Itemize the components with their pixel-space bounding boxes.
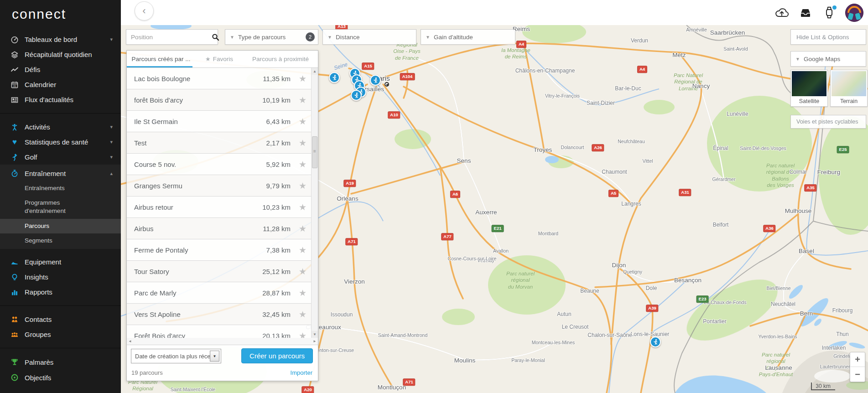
newspaper-icon [10, 96, 19, 104]
inbox-icon[interactable] [798, 5, 813, 21]
course-row[interactable]: Granges Sermu9,79 km★ [127, 175, 311, 196]
map-city-label: Lauterbrunnen [820, 364, 851, 369]
course-marker[interactable] [370, 75, 381, 86]
sidebar-item-label: Récapitulatif quotidien [25, 51, 92, 58]
course-panel-footer: Date de création la plus récente ▼ Créer… [127, 345, 318, 381]
tab-favorites[interactable]: ★Favoris [195, 51, 243, 67]
sidebar-item-daily-summary[interactable]: Récapitulatif quotidien [0, 47, 121, 62]
map-city-label: Nancy [692, 83, 710, 89]
create-course-button[interactable]: Créer un parcours [241, 348, 313, 363]
sidebar-item-workouts[interactable]: Entraînements [0, 181, 121, 196]
course-row[interactable]: Course 5 nov.5,92 km★ [127, 154, 311, 175]
sidebar-item-goals[interactable]: Objectifs [0, 370, 121, 385]
course-row[interactable]: Parc de Marly28,87 km★ [127, 282, 311, 304]
map-city-label: Langres [621, 201, 641, 207]
tab-nearby-courses[interactable]: Parcours à proximité [243, 51, 318, 67]
zoom-out-button[interactable]: − [850, 367, 865, 382]
course-row[interactable]: Test2,17 km★ [127, 132, 311, 154]
scroll-left-arrow[interactable]: ◄ [128, 339, 132, 343]
course-row[interactable]: Ferme de Pontaly7,38 km★ [127, 239, 311, 261]
sidebar-item-reports[interactable]: Rapports [0, 284, 121, 300]
course-row[interactable]: Vers St Apoline32,45 km★ [127, 304, 311, 325]
search-icon[interactable] [212, 33, 219, 41]
satellite-map-type[interactable]: Satellite [790, 70, 828, 107]
course-row[interactable]: Ile St Germain6,43 km★ [127, 111, 311, 132]
sidebar-item-label: Palmarès [25, 358, 53, 366]
map-city-label: Colmar [790, 169, 807, 175]
sidebar-item-golf[interactable]: Golf ▾ [0, 150, 121, 165]
hide-list-options-button[interactable]: Hide List & Options [790, 29, 866, 45]
favorite-star-icon[interactable]: ★ [299, 73, 307, 84]
watch-icon[interactable] [821, 5, 837, 21]
elevation-gain-filter[interactable]: ▼ Gain d'altitude [421, 29, 515, 45]
sidebar-item-challenges[interactable]: Défis [0, 62, 121, 77]
sidebar-item-gear[interactable]: Equipement [0, 254, 121, 269]
favorite-star-icon[interactable]: ★ [299, 202, 307, 212]
chevron-down-icon: ▼ [210, 351, 219, 362]
zoom-in-button[interactable]: + [850, 352, 865, 367]
scrollbar-thumb[interactable] [312, 136, 317, 168]
course-distance: 32,45 km [262, 310, 291, 318]
map-city-label: Pontarlier [703, 318, 726, 325]
scroll-right-arrow[interactable]: ► [313, 339, 317, 343]
course-row[interactable]: Airbus retour10,23 km★ [127, 196, 311, 218]
course-marker[interactable] [650, 336, 661, 347]
sidebar-item-courses[interactable]: Parcours [0, 219, 121, 233]
sidebar-item-records[interactable]: Palmarès [0, 354, 121, 370]
position-input[interactable] [126, 34, 212, 41]
course-row[interactable]: Forêt Bois d'arcy20,13 km★ [127, 325, 311, 338]
horizontal-scrollbar[interactable]: ◄ ► [127, 338, 318, 345]
favorite-star-icon[interactable]: ★ [299, 95, 307, 105]
favorite-star-icon[interactable]: ★ [299, 223, 307, 234]
sidebar-item-activities[interactable]: Activités ▾ [0, 119, 121, 134]
back-button[interactable]: ‹ [135, 1, 154, 21]
favorite-star-icon[interactable]: ★ [299, 245, 307, 255]
distance-filter[interactable]: ▼ Distance [322, 29, 416, 45]
course-marker[interactable] [351, 90, 362, 101]
course-name: Granges Sermu [134, 182, 266, 190]
map-scale: 30 km [811, 383, 835, 390]
favorite-star-icon[interactable]: ★ [299, 288, 307, 298]
favorite-star-icon[interactable]: ★ [299, 159, 307, 170]
favorite-star-icon[interactable]: ★ [299, 266, 307, 277]
favorite-star-icon[interactable]: ★ [299, 181, 307, 191]
map-city-label: Montbard [538, 231, 558, 236]
bike-paths-toggle[interactable]: Voies et pistes cyclables [790, 115, 866, 129]
sidebar-item-label: Tableaux de bord [25, 36, 77, 43]
terrain-map-type[interactable]: Terrain [830, 70, 868, 107]
course-row[interactable]: forêt Bois d'arcy10,19 km★ [127, 89, 311, 111]
course-row[interactable]: Lac bois Boulogne11,35 km★ [127, 68, 311, 89]
trophy-icon [10, 358, 19, 366]
upload-cloud-icon[interactable] [774, 5, 790, 21]
sidebar-item-news-feed[interactable]: Flux d'actualités [0, 92, 121, 107]
sidebar-item-segments[interactable]: Segments [0, 233, 121, 248]
avatar[interactable] [845, 4, 863, 22]
map-provider-select[interactable]: ▼ Google Maps [790, 51, 866, 67]
favorite-star-icon[interactable]: ★ [299, 138, 307, 148]
sidebar-item-contacts[interactable]: Contacts [0, 312, 121, 327]
sidebar-item-insights[interactable]: Insights [0, 269, 121, 284]
sort-select[interactable]: Date de création la plus récente ▼ [131, 349, 221, 363]
course-marker[interactable] [329, 72, 340, 83]
scroll-up-arrow[interactable]: ▲ [312, 68, 318, 75]
import-link[interactable]: Importer [291, 369, 312, 376]
course-name: Airbus retour [134, 203, 262, 211]
map-city-label: Sens [457, 157, 471, 164]
sidebar-item-groups[interactable]: Groupes [0, 327, 121, 342]
sidebar-item-health-stats[interactable]: ♥ Statistiques de santé ▾ [0, 134, 121, 150]
tab-my-courses[interactable]: Parcours créés par ... [127, 51, 195, 67]
favorite-star-icon[interactable]: ★ [299, 116, 307, 127]
course-type-filter[interactable]: ▼ Type de parcours 2 [225, 29, 318, 45]
scroll-down-arrow[interactable]: ▼ [312, 331, 318, 338]
connect-logo[interactable]: connect [0, 0, 121, 32]
favorite-star-icon[interactable]: ★ [299, 309, 307, 320]
vertical-scrollbar[interactable]: ▲ ▼ [311, 68, 318, 338]
course-name: forêt Bois d'arcy [134, 96, 262, 104]
sidebar-item-calendar[interactable]: 31 Calendrier [0, 77, 121, 92]
favorite-star-icon[interactable]: ★ [299, 331, 307, 338]
course-row[interactable]: Tour Satory25,12 km★ [127, 261, 311, 282]
sidebar-item-training[interactable]: Entraînement ▴ [0, 165, 121, 181]
sidebar-item-dashboards[interactable]: Tableaux de bord ▾ [0, 32, 121, 47]
sidebar-item-training-plans[interactable]: Programmes d'entraînement [0, 196, 98, 218]
course-row[interactable]: Airbus11,28 km★ [127, 218, 311, 239]
